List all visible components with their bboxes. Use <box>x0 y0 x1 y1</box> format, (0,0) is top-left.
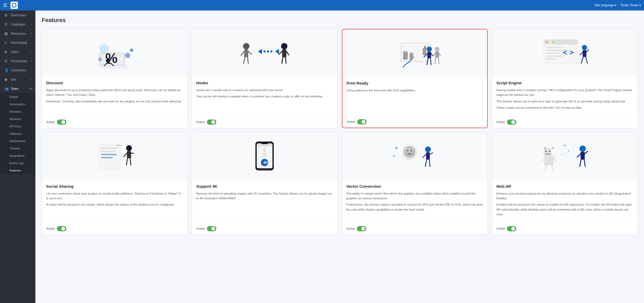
print-ready-icon: ⎙ <box>4 41 9 45</box>
svg-point-91 <box>404 146 415 158</box>
svg-line-77 <box>124 153 127 156</box>
svg-point-48 <box>410 52 413 54</box>
toggle-slider-social-sharing <box>57 226 66 231</box>
toggle-script-engine[interactable] <box>507 119 516 125</box>
svg-line-25 <box>279 51 282 54</box>
toggle-discount[interactable] <box>57 119 66 125</box>
feature-image-script-engine: < > <box>492 29 637 76</box>
logo <box>10 2 18 9</box>
svg-rect-89 <box>260 170 269 171</box>
svg-line-80 <box>130 158 131 165</box>
feature-desc-script-engine: Having trouble with a complex pricing / … <box>496 88 633 110</box>
hamburger-icon[interactable]: ☰ <box>3 2 7 8</box>
svg-line-79 <box>126 158 127 165</box>
topbar-right: Site language ▾ Tester Tester ▾ <box>594 3 641 7</box>
active-label-social-sharing: Active <box>46 227 55 231</box>
svg-point-6 <box>130 49 133 52</box>
sidebar-sub-members[interactable]: Members <box>0 108 35 115</box>
svg-point-74 <box>120 145 121 146</box>
toggle-web-ar[interactable] <box>507 226 516 231</box>
svg-rect-47 <box>410 53 413 60</box>
toggle-vector-conversion[interactable] <box>357 226 366 231</box>
svg-text:>: > <box>570 48 574 57</box>
feature-body-web-ar: Web AR Enhance your product experience b… <box>492 180 637 223</box>
sidebar-label-catalogue: Catalogue <box>11 23 25 26</box>
svg-rect-68 <box>101 148 118 149</box>
customers-icon: 👤 <box>4 68 9 72</box>
svg-point-97 <box>425 147 431 152</box>
feature-title-script-engine: Script Engine <box>496 81 633 85</box>
sidebar-item-team[interactable]: 👥 Team ∨ <box>0 84 35 93</box>
svg-point-73 <box>119 145 120 146</box>
svg-point-72 <box>117 145 118 146</box>
svg-point-46 <box>403 51 408 53</box>
sidebar-label-sales: Sales <box>11 50 19 54</box>
sidebar-sub-features[interactable]: Features <box>0 167 35 174</box>
sidebar-label-site: Site <box>11 78 16 81</box>
svg-point-75 <box>126 145 132 151</box>
sidebar-sub-sessions[interactable]: Sessions <box>0 115 35 123</box>
toggle-slider-print-ready <box>357 119 367 124</box>
sidebar-item-productivity[interactable]: ⊡ Productivity › <box>0 56 35 66</box>
feature-card-hooks: Hooks Hooks are a simple way to connect … <box>192 29 337 128</box>
svg-line-36 <box>431 54 433 56</box>
chevron-down-icon: ∨ <box>30 87 32 90</box>
sidebar-sub-subdomains[interactable]: Subdomains <box>0 137 35 145</box>
svg-rect-13 <box>244 49 248 57</box>
svg-point-61 <box>582 45 587 50</box>
sidebar-item-site[interactable]: ◉ Site › <box>0 75 35 84</box>
feature-footer-vector-conversion: Active <box>342 223 487 234</box>
resources-icon: ▦ <box>4 32 9 35</box>
svg-line-117 <box>552 165 553 170</box>
chevron-icon: › <box>31 23 32 26</box>
active-label-support-4k: Active <box>196 227 205 231</box>
svg-rect-56 <box>546 53 559 54</box>
sidebar-item-customers[interactable]: 👤 Customers <box>0 66 35 75</box>
sidebar-sub-details[interactable]: Details <box>0 93 35 101</box>
feature-title-hooks: Hooks <box>196 81 333 85</box>
sidebar-label-team: Team <box>11 87 18 91</box>
sidebar-item-catalogue[interactable]: ☰ Catalogue › <box>0 20 35 29</box>
toggle-print-ready[interactable] <box>357 119 367 124</box>
topbar: ☰ Site language ▾ Tester Tester ▾ <box>0 0 644 11</box>
feature-image-web-ar <box>492 133 637 180</box>
feature-image-print-ready <box>342 29 487 77</box>
sidebar-item-dashboard[interactable]: ⊞ Dashboard <box>0 11 35 20</box>
feature-title-web-ar: Web AR <box>496 184 633 189</box>
svg-line-65 <box>581 57 583 63</box>
feature-footer-discount: Active <box>42 116 187 128</box>
chevron-icon: › <box>31 60 32 62</box>
svg-rect-62 <box>583 50 586 57</box>
sidebar-item-sales[interactable]: ◈ Sales › <box>0 47 35 56</box>
svg-point-94 <box>407 150 409 152</box>
feature-body-vector-conversion: Vector Conversion The ability to upload … <box>342 180 487 223</box>
toggle-social-sharing[interactable] <box>57 226 66 231</box>
feature-footer-script-engine: Active <box>492 116 637 128</box>
user-menu-button[interactable]: Tester Tester ▾ <box>620 3 641 7</box>
active-label-script-engine: Active <box>496 120 505 124</box>
sidebar-sub-subscription[interactable]: Subscription <box>0 101 35 108</box>
sidebar-sub-api-keys[interactable]: API Keys <box>0 123 35 130</box>
sidebar-sub-gateways[interactable]: Gateways <box>0 130 35 137</box>
svg-line-122 <box>577 154 581 157</box>
feature-footer-print-ready: Active <box>342 116 487 128</box>
svg-rect-70 <box>101 154 117 155</box>
svg-rect-112 <box>545 154 550 154</box>
svg-rect-58 <box>546 58 556 60</box>
sidebar-sub-themes[interactable]: Themes <box>0 145 35 152</box>
toggle-slider-support-4k <box>207 226 216 231</box>
feature-title-print-ready: Print Ready <box>347 81 483 85</box>
toggle-support-4k[interactable] <box>207 226 216 231</box>
svg-point-110 <box>545 150 547 152</box>
toggle-hooks[interactable] <box>207 119 216 125</box>
sidebar-sub-event-logs[interactable]: Event Logs <box>0 159 35 167</box>
feature-card-print-ready: Print Ready Using options in the front e… <box>342 29 488 128</box>
sidebar-item-resources[interactable]: ▦ Resources › <box>0 29 35 38</box>
svg-point-23 <box>281 43 287 49</box>
site-language-button[interactable]: Site language ▾ <box>594 3 616 7</box>
svg-rect-76 <box>127 151 131 158</box>
svg-rect-84 <box>261 143 268 144</box>
sidebar-item-print-ready[interactable]: ⎙ Print Ready <box>0 38 35 47</box>
svg-line-17 <box>248 57 248 63</box>
sidebar-sub-integrations[interactable]: Integrations <box>0 152 35 159</box>
